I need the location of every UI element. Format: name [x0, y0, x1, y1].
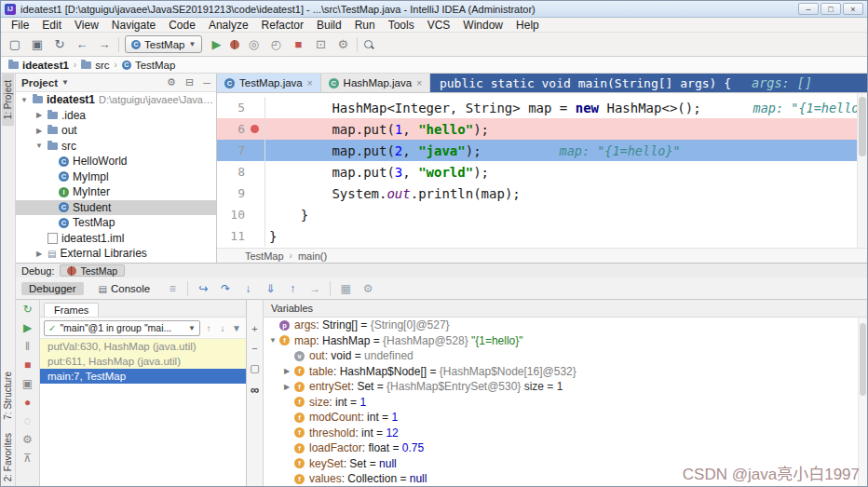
- tool-window-button-favorites[interactable]: 2: Favorites: [2, 426, 14, 487]
- tree-item-myinter[interactable]: I MyInter: [16, 184, 216, 200]
- chevron-down-icon[interactable]: ▼: [61, 78, 69, 87]
- crumb-method[interactable]: main(): [298, 250, 327, 262]
- gutter[interactable]: 9: [217, 183, 265, 204]
- collapse-all-icon[interactable]: ⊟: [185, 76, 194, 88]
- gutter[interactable]: 5: [217, 97, 265, 118]
- stop-icon[interactable]: ■: [24, 359, 31, 372]
- menu-refactor[interactable]: Refactor: [255, 18, 310, 33]
- variables-scrollbar[interactable]: [858, 318, 867, 487]
- gutter[interactable]: 6: [217, 118, 265, 140]
- tab-debugger[interactable]: Debugger: [21, 282, 84, 295]
- frame-row-current[interactable]: main:7, TestMap: [40, 369, 246, 384]
- tree-item-testmap[interactable]: C TestMap: [16, 215, 216, 231]
- tool-window-button-structure[interactable]: 7: Structure: [2, 365, 14, 426]
- sync-icon[interactable]: ↻: [51, 37, 68, 51]
- variable-row-table[interactable]: ▶ f table: HashMap$Node[] = {HashMap$Nod…: [264, 364, 867, 380]
- filter-icon[interactable]: ▼: [231, 323, 242, 333]
- coverage-icon[interactable]: ◎: [245, 37, 262, 51]
- pause-icon[interactable]: ‖: [25, 341, 30, 353]
- expander-icon[interactable]: ▼: [20, 96, 29, 104]
- close-icon[interactable]: ×: [307, 78, 313, 88]
- tab-testmap-java[interactable]: C TestMap.java ×: [217, 74, 321, 92]
- tree-item-out[interactable]: ▶ out: [16, 123, 216, 139]
- breakpoint-icon[interactable]: [251, 125, 259, 133]
- menu-edit[interactable]: Edit: [35, 18, 68, 33]
- attach-icon[interactable]: ⊡: [312, 37, 329, 51]
- menu-run[interactable]: Run: [348, 18, 382, 33]
- tree-item-student[interactable]: C Student: [16, 200, 216, 216]
- hide-panel-icon[interactable]: ─: [203, 77, 210, 88]
- expander-icon[interactable]: ▶: [34, 127, 44, 135]
- stop-button[interactable]: ■: [290, 37, 306, 51]
- run-configuration-select[interactable]: C TestMap ▼: [125, 35, 202, 53]
- menu-help[interactable]: Help: [509, 18, 546, 33]
- pin-icon[interactable]: ⊼: [23, 453, 32, 465]
- maximize-button[interactable]: □: [821, 3, 841, 15]
- minimize-button[interactable]: –: [798, 3, 819, 15]
- code-line-6-breakpoint[interactable]: 6 map.put(1, "hello");: [217, 118, 867, 140]
- title-bar[interactable]: IJ ideatest1 [D:\atguigu\javaee\JavaSE20…: [1, 1, 867, 18]
- run-to-cursor-icon[interactable]: →: [307, 282, 322, 295]
- code-line-7-execution-point[interactable]: 7 map.put(2, "java");map: "{1=hello}": [217, 140, 867, 161]
- tree-item-iml-file[interactable]: ideatest1.iml: [16, 231, 216, 247]
- variable-row-threshold[interactable]: f threshold: int = 12: [264, 426, 867, 441]
- close-icon[interactable]: ×: [416, 78, 422, 88]
- close-button[interactable]: ×: [843, 3, 863, 15]
- debug-settings-icon[interactable]: ⚙: [360, 282, 375, 295]
- tab-frames[interactable]: Frames: [44, 303, 99, 317]
- view-breakpoints-icon[interactable]: ●: [24, 397, 31, 409]
- layout-icon[interactable]: ≡: [165, 282, 180, 295]
- variable-row-entryset[interactable]: ▶ f entrySet: Set = {HashMap$EntrySet@53…: [264, 379, 867, 395]
- debug-gear-icon[interactable]: ⚙: [22, 434, 33, 446]
- variable-row-args[interactable]: p args: String[] = {String[0]@527}: [264, 318, 867, 333]
- force-step-into-icon[interactable]: ⇓: [263, 282, 278, 295]
- code-editor[interactable]: 5 HashMap<Integer, String> map = new Has…: [217, 93, 867, 248]
- tree-item-external-libraries[interactable]: ▶ ▤ External Libraries: [16, 246, 216, 262]
- scrollbar-thumb[interactable]: [859, 97, 866, 156]
- tree-item-idea[interactable]: ▶ .idea: [16, 108, 216, 124]
- variable-row-keyset[interactable]: f keySet: Set = null: [264, 456, 867, 472]
- profiler-icon[interactable]: ◴: [267, 37, 284, 51]
- search-icon[interactable]: [363, 39, 374, 50]
- code-line-9[interactable]: 9 System.out.println(map);: [217, 183, 867, 204]
- breadcrumb-module[interactable]: ideatest1: [8, 60, 69, 71]
- thread-dump-icon[interactable]: ▣: [22, 378, 33, 390]
- gear-icon[interactable]: ⚙: [167, 76, 176, 88]
- frame-row-library[interactable]: putVal:630, HashMap (java.util): [40, 339, 246, 354]
- project-panel-title[interactable]: Project: [21, 77, 58, 88]
- menu-view[interactable]: View: [68, 18, 105, 33]
- duplicate-watch-icon[interactable]: ▢: [250, 363, 259, 373]
- variable-row-modcount[interactable]: f modCount: int = 1: [264, 410, 867, 426]
- variable-row-values[interactable]: f values: Collection = null: [264, 471, 867, 487]
- remove-watch-icon[interactable]: −: [251, 344, 257, 354]
- code-line-5[interactable]: 5 HashMap<Integer, String> map = new Has…: [217, 97, 867, 118]
- add-watch-icon[interactable]: +: [251, 324, 257, 334]
- save-all-icon[interactable]: ▣: [29, 37, 46, 51]
- tree-item-src[interactable]: ▼ src: [16, 139, 216, 155]
- expander-icon[interactable]: ▶: [34, 111, 44, 119]
- menu-navigate[interactable]: Navigate: [105, 18, 162, 33]
- expander-icon[interactable]: ▶: [34, 250, 44, 258]
- crumb-class[interactable]: TestMap: [245, 250, 284, 262]
- variable-row-size[interactable]: f size: int = 1: [264, 395, 867, 411]
- settings-icon[interactable]: ⚙: [334, 37, 351, 51]
- menu-vcs[interactable]: VCS: [421, 18, 457, 33]
- run-button[interactable]: ▶: [208, 37, 224, 51]
- variable-row-map[interactable]: ▼ f map: HashMap = {HashMap@528} "{1=hel…: [264, 333, 867, 349]
- breadcrumb-class[interactable]: C TestMap: [122, 60, 175, 71]
- menu-file[interactable]: File: [5, 18, 35, 33]
- tree-item-myimpl[interactable]: C MyImpl: [16, 169, 216, 185]
- tab-hashmap-java[interactable]: C HashMap.java ×: [321, 74, 430, 92]
- breadcrumb-src[interactable]: src: [81, 60, 109, 71]
- mute-breakpoints-icon[interactable]: ◌: [24, 415, 31, 427]
- rerun-icon[interactable]: ↻: [22, 304, 32, 316]
- gutter[interactable]: 11: [217, 225, 265, 247]
- show-execution-point-icon[interactable]: ↪: [196, 282, 210, 295]
- tab-console[interactable]: ▤Console: [91, 282, 158, 295]
- back-icon[interactable]: ←: [74, 37, 90, 51]
- debug-button[interactable]: [230, 40, 239, 49]
- resume-icon[interactable]: ▶: [23, 322, 32, 334]
- menu-build[interactable]: Build: [310, 18, 348, 33]
- evaluate-expression-icon[interactable]: ▦: [338, 282, 353, 295]
- gutter[interactable]: 7: [217, 140, 265, 161]
